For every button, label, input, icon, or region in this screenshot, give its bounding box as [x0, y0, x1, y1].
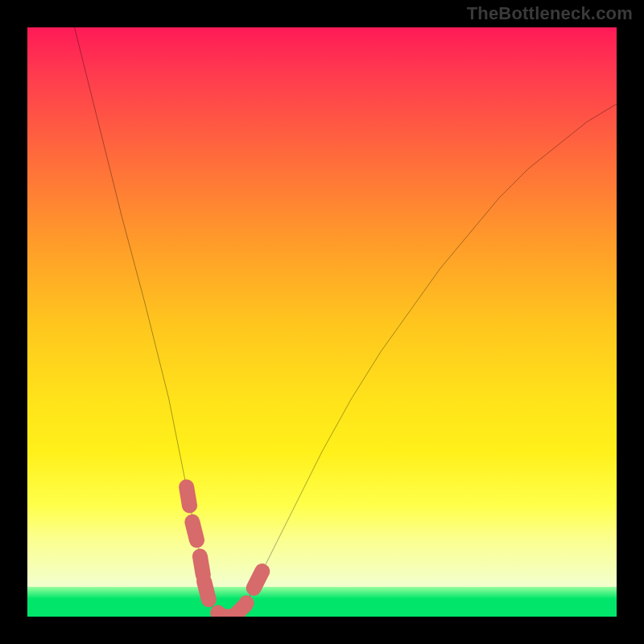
bottleneck-curve-path [75, 27, 617, 617]
watermark-text: TheBottleneck.com [467, 3, 633, 24]
highlight-left-path [187, 487, 204, 581]
chart-frame: TheBottleneck.com [0, 0, 644, 644]
curve-layer [27, 27, 617, 617]
plot-area [27, 27, 617, 617]
highlight-right-path [233, 569, 263, 617]
